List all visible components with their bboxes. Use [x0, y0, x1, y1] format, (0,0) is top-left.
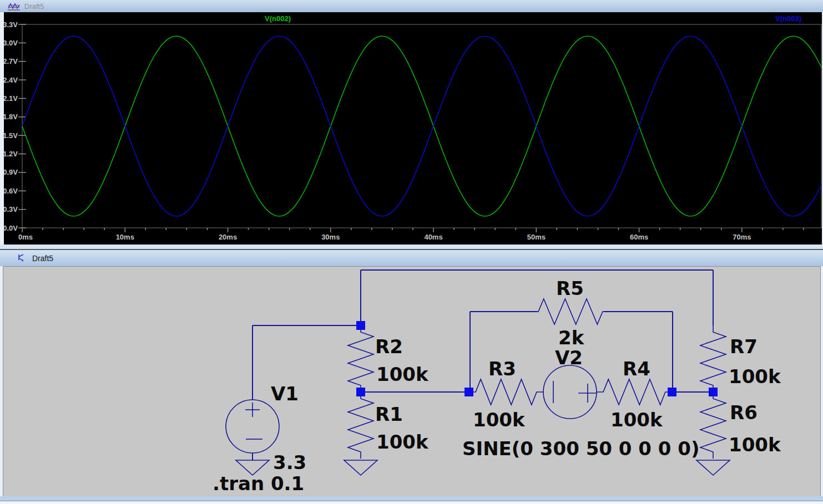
- x-tick-label: 70ms: [733, 233, 751, 241]
- resistor-R5-symbol[interactable]: [537, 299, 604, 324]
- y-tick-label: 2.1V: [4, 94, 18, 103]
- waveform-titlebar[interactable]: Draft5: [0, 0, 823, 12]
- x-tick-label: 20ms: [219, 233, 237, 241]
- label-R2-name[interactable]: R2: [375, 335, 403, 358]
- label-V1-value[interactable]: 3.3: [273, 451, 306, 474]
- resistor-R1-symbol[interactable]: [348, 392, 373, 459]
- label-R5-value[interactable]: 2k: [558, 327, 585, 349]
- voltage-source-V2-symbol[interactable]: [543, 365, 597, 419]
- resistor-R2-symbol[interactable]: [348, 325, 373, 392]
- legend-vn002[interactable]: V(n002): [265, 14, 291, 23]
- label-V2-name[interactable]: V2: [555, 347, 583, 369]
- resistor-R7-symbol[interactable]: [700, 325, 726, 392]
- trace-vn003[interactable]: [22, 36, 821, 216]
- ground-symbol-r6[interactable]: [696, 460, 730, 475]
- trace-vn002[interactable]: [22, 36, 821, 216]
- schematic-window-title: Draft5: [32, 254, 53, 263]
- resistor-R4-symbol[interactable]: [597, 379, 672, 405]
- y-tick-label: 1.2V: [4, 150, 18, 158]
- waveform-window-title: Draft5: [24, 2, 44, 11]
- label-R4-name[interactable]: R4: [623, 358, 650, 380]
- label-R3-value[interactable]: 100k: [473, 409, 526, 431]
- y-tick-label: 2.7V: [4, 57, 18, 65]
- y-tick-label: 0.9V: [4, 168, 18, 176]
- x-tick-label: 40ms: [424, 233, 442, 241]
- y-tick-label: 0.6V: [4, 187, 18, 195]
- plot-border: [22, 24, 821, 228]
- y-tick-label: 0.0V: [4, 224, 18, 232]
- x-tick-label: 50ms: [527, 233, 546, 241]
- label-R2-value[interactable]: 100k: [376, 363, 429, 385]
- resistor-R6-symbol[interactable]: [700, 392, 726, 459]
- window-edge-strip: [0, 496, 823, 501]
- label-V2-value[interactable]: SINE(0 300 50 0 0 0 0): [462, 437, 700, 460]
- label-V1-name[interactable]: V1: [271, 383, 299, 405]
- waveform-window-icon: [8, 2, 20, 11]
- label-R7-name[interactable]: R7: [730, 335, 758, 358]
- y-tick-label: 2.4V: [4, 76, 18, 84]
- waveform-chart[interactable]: V(n002) V(n003) 0.0V0.3V0.6V0.9V1.2V1.5V…: [4, 12, 822, 245]
- y-tick-label: 3.0V: [4, 39, 18, 47]
- schematic-window-icon: [17, 253, 27, 263]
- y-tick-label: 1.8V: [4, 113, 18, 121]
- label-R7-value[interactable]: 100k: [729, 365, 781, 388]
- label-R5-name[interactable]: R5: [556, 277, 584, 299]
- resistor-R3-symbol[interactable]: [469, 379, 543, 405]
- y-tick-label: 0.3V: [4, 205, 18, 213]
- label-R6-name[interactable]: R6: [730, 401, 758, 424]
- label-R3-name[interactable]: R3: [488, 358, 516, 380]
- schematic-titlebar[interactable]: Draft5: [0, 250, 823, 266]
- x-axis: 0ms10ms20ms30ms40ms50ms60ms70ms: [18, 228, 804, 241]
- x-tick-label: 0ms: [18, 233, 33, 241]
- y-tick-label: 3.3V: [4, 21, 18, 29]
- waveform-plot-area[interactable]: V(n002) V(n003) 0.0V0.3V0.6V0.9V1.2V1.5V…: [4, 12, 822, 245]
- label-R6-value[interactable]: 100k: [729, 434, 781, 456]
- x-tick-label: 10ms: [116, 233, 134, 241]
- label-R1-name[interactable]: R1: [375, 403, 403, 425]
- waveform-window: Draft5 V(n002) V(n003) 0.0V0.3V0.6V0.9V1…: [0, 0, 823, 249]
- ground-symbol-r1[interactable]: [344, 460, 377, 475]
- y-tick-label: 1.5V: [4, 131, 18, 140]
- schematic-canvas[interactable]: V1 3.3 .tran 0.1 R2 100k R1 100k R3 100k…: [3, 266, 821, 497]
- label-R4-value[interactable]: 100k: [610, 409, 663, 431]
- y-axis: 0.0V0.3V0.6V0.9V1.2V1.5V1.8V2.1V2.4V2.7V…: [4, 21, 26, 232]
- voltage-source-V1-symbol[interactable]: [226, 400, 279, 453]
- legend-vn003[interactable]: V(n003): [775, 14, 801, 23]
- label-tran-directive[interactable]: .tran 0.1: [213, 472, 304, 495]
- schematic-window: Draft5: [0, 249, 823, 497]
- desktop-strip: [0, 501, 823, 504]
- label-R1-value[interactable]: 100k: [376, 431, 429, 453]
- traces: [22, 36, 821, 216]
- x-tick-label: 60ms: [630, 233, 648, 241]
- x-tick-label: 30ms: [321, 233, 340, 241]
